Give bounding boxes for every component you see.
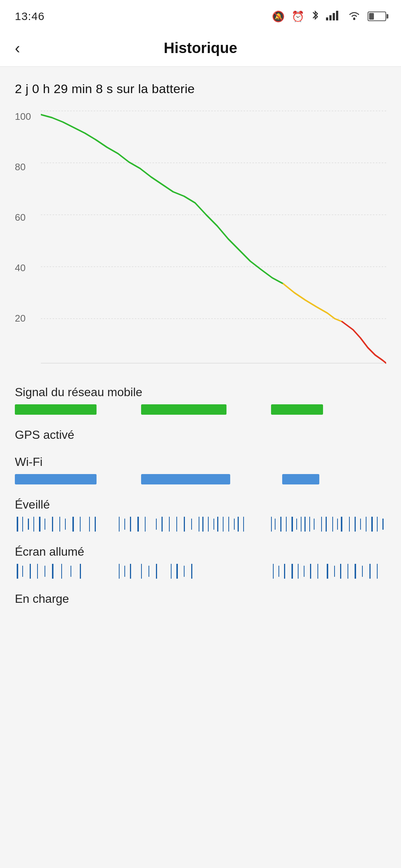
svg-rect-54 bbox=[314, 519, 314, 530]
svg-rect-95 bbox=[334, 566, 335, 577]
svg-rect-72 bbox=[52, 564, 53, 579]
svg-rect-26 bbox=[130, 517, 131, 532]
svg-rect-52 bbox=[304, 517, 306, 532]
svg-point-4 bbox=[353, 18, 355, 20]
y-label-20: 20 bbox=[15, 313, 41, 324]
svg-rect-69 bbox=[30, 564, 31, 579]
section-eveille: Éveillé bbox=[15, 498, 386, 532]
svg-rect-66 bbox=[382, 519, 384, 530]
svg-rect-47 bbox=[280, 517, 281, 532]
svg-rect-38 bbox=[213, 519, 214, 530]
encharge-label: En charge bbox=[15, 592, 386, 606]
svg-rect-39 bbox=[217, 517, 218, 532]
signal-bar-2 bbox=[141, 404, 226, 415]
svg-rect-101 bbox=[377, 564, 378, 579]
status-icons: 🔕 ⏰ bbox=[272, 9, 386, 24]
section-wifi: Wi-Fi bbox=[15, 455, 386, 484]
section-encharge: En charge bbox=[15, 592, 386, 606]
signal-bar-track bbox=[15, 404, 386, 415]
svg-rect-87 bbox=[278, 566, 279, 577]
svg-rect-15 bbox=[39, 517, 40, 532]
svg-rect-17 bbox=[52, 517, 53, 532]
svg-rect-13 bbox=[28, 519, 29, 530]
svg-rect-1 bbox=[329, 15, 332, 20]
wifi-bar-2 bbox=[141, 474, 230, 484]
signal-bar-3 bbox=[271, 404, 323, 415]
ecran-tick-track bbox=[15, 564, 386, 579]
svg-rect-2 bbox=[333, 13, 335, 20]
wifi-bar-track bbox=[15, 474, 386, 484]
svg-rect-14 bbox=[33, 517, 34, 532]
signal-bar-1 bbox=[15, 404, 97, 415]
bluetooth-icon bbox=[311, 9, 319, 24]
svg-rect-51 bbox=[301, 517, 301, 532]
svg-rect-81 bbox=[156, 564, 157, 579]
battery-duration-label: 2 j 0 h 29 min 8 s sur la batterie bbox=[15, 82, 386, 96]
svg-rect-78 bbox=[130, 564, 131, 579]
signal-label: Signal du réseau mobile bbox=[15, 385, 386, 399]
section-gps: GPS activé bbox=[15, 428, 386, 442]
svg-rect-50 bbox=[296, 519, 297, 530]
svg-rect-22 bbox=[89, 517, 90, 532]
svg-rect-29 bbox=[156, 519, 157, 530]
battery-fill bbox=[369, 13, 374, 20]
svg-rect-32 bbox=[176, 517, 177, 532]
svg-rect-30 bbox=[162, 517, 163, 532]
svg-rect-41 bbox=[228, 517, 229, 532]
svg-rect-85 bbox=[191, 564, 192, 579]
svg-rect-48 bbox=[286, 517, 287, 532]
svg-rect-28 bbox=[145, 517, 146, 532]
svg-rect-21 bbox=[80, 517, 81, 532]
svg-rect-97 bbox=[348, 564, 348, 579]
svg-rect-11 bbox=[17, 517, 18, 532]
svg-rect-60 bbox=[349, 517, 350, 532]
svg-rect-57 bbox=[332, 517, 333, 532]
svg-rect-65 bbox=[377, 517, 378, 532]
svg-rect-42 bbox=[234, 519, 235, 530]
svg-rect-56 bbox=[326, 517, 327, 532]
svg-rect-36 bbox=[202, 517, 203, 532]
svg-rect-16 bbox=[45, 519, 45, 530]
svg-rect-37 bbox=[208, 517, 209, 532]
signal-icon bbox=[326, 10, 341, 23]
svg-rect-40 bbox=[223, 517, 224, 532]
svg-rect-64 bbox=[371, 517, 373, 532]
battery-chart: 100 80 60 40 20 bbox=[15, 107, 386, 367]
wifi-label: Wi-Fi bbox=[15, 455, 386, 469]
wifi-icon bbox=[348, 10, 361, 23]
mute-icon: 🔕 bbox=[272, 10, 285, 23]
svg-rect-100 bbox=[369, 564, 371, 579]
svg-rect-35 bbox=[199, 517, 199, 532]
wifi-bar-1 bbox=[15, 474, 97, 484]
svg-rect-91 bbox=[304, 566, 304, 577]
svg-rect-46 bbox=[275, 519, 276, 530]
svg-rect-86 bbox=[273, 564, 274, 579]
svg-rect-80 bbox=[149, 566, 149, 577]
svg-rect-92 bbox=[310, 564, 311, 579]
app-bar: ‹ Historique bbox=[0, 30, 401, 67]
battery-icon bbox=[368, 11, 386, 21]
eveille-label: Éveillé bbox=[15, 498, 386, 512]
y-label-60: 60 bbox=[15, 212, 41, 223]
svg-rect-99 bbox=[362, 566, 363, 577]
svg-rect-34 bbox=[191, 519, 192, 530]
svg-rect-59 bbox=[341, 517, 342, 532]
ecran-label: Écran allumé bbox=[15, 545, 386, 559]
svg-rect-88 bbox=[284, 564, 285, 579]
svg-rect-74 bbox=[71, 566, 71, 577]
back-button[interactable]: ‹ bbox=[15, 40, 20, 56]
svg-rect-27 bbox=[137, 517, 139, 532]
svg-rect-45 bbox=[271, 517, 272, 532]
svg-rect-67 bbox=[17, 564, 18, 579]
svg-rect-12 bbox=[22, 517, 23, 532]
eveille-tick-track bbox=[15, 517, 386, 532]
svg-rect-89 bbox=[291, 564, 293, 579]
alarm-icon: ⏰ bbox=[291, 10, 304, 23]
svg-rect-62 bbox=[360, 519, 361, 530]
svg-rect-25 bbox=[124, 519, 125, 530]
svg-rect-31 bbox=[169, 517, 170, 532]
status-time: 13:46 bbox=[15, 10, 45, 23]
svg-rect-0 bbox=[326, 17, 328, 20]
status-bar: 13:46 🔕 ⏰ bbox=[0, 0, 401, 30]
svg-rect-55 bbox=[321, 517, 322, 532]
